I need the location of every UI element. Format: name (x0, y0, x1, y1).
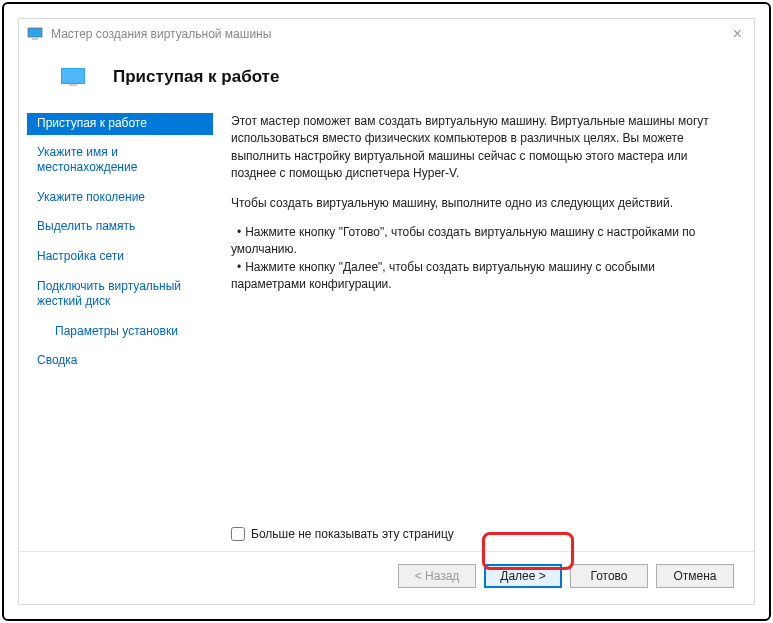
svg-rect-4 (62, 69, 84, 83)
sidebar-item-summary[interactable]: Сводка (27, 349, 213, 373)
close-button[interactable]: × (729, 25, 746, 43)
bullet-list: Нажмите кнопку "Готово", чтобы создать в… (231, 224, 730, 294)
dont-show-again-row[interactable]: Больше не показывать эту страницу (231, 526, 730, 543)
svg-rect-2 (32, 38, 38, 40)
wizard-window: Мастер создания виртуальной машины × При… (18, 18, 755, 605)
dont-show-again-checkbox[interactable] (231, 527, 245, 541)
sidebar-item-memory[interactable]: Выделить память (27, 215, 213, 239)
svg-rect-5 (69, 84, 77, 86)
sidebar-item-install-options[interactable]: Параметры установки (27, 320, 213, 344)
intro-text: Этот мастер поможет вам создать виртуаль… (231, 113, 730, 183)
page-title: Приступая к работе (113, 67, 279, 87)
sidebar-item-generation[interactable]: Укажите поколение (27, 186, 213, 210)
bullet-finish: Нажмите кнопку "Готово", чтобы создать в… (231, 224, 730, 259)
sidebar-item-network[interactable]: Настройка сети (27, 245, 213, 269)
wizard-footer: < Назад Далее > Готово Отмена (19, 551, 754, 604)
back-button: < Назад (398, 564, 476, 588)
sidebar-item-getting-started[interactable]: Приступая к работе (27, 113, 213, 135)
titlebar: Мастер создания виртуальной машины × (19, 19, 754, 49)
svg-rect-1 (29, 29, 41, 36)
finish-button[interactable]: Готово (570, 564, 648, 588)
dont-show-again-label: Больше не показывать эту страницу (251, 526, 454, 543)
instruction-text: Чтобы создать виртуальную машину, выполн… (231, 195, 730, 212)
cancel-button[interactable]: Отмена (656, 564, 734, 588)
screenshot-frame: Мастер создания виртуальной машины × При… (2, 2, 771, 621)
next-button[interactable]: Далее > (484, 564, 562, 588)
header-icon (61, 68, 85, 86)
bullet-next: Нажмите кнопку "Далее", чтобы создать ви… (231, 259, 730, 294)
sidebar-item-hard-disk[interactable]: Подключить виртуальный жесткий диск (27, 275, 213, 314)
wizard-body: Приступая к работе Укажите имя и местона… (19, 111, 754, 551)
wizard-content: Этот мастер поможет вам создать виртуаль… (213, 111, 746, 551)
window-title: Мастер создания виртуальной машины (51, 27, 729, 41)
wizard-header: Приступая к работе (19, 49, 754, 111)
app-icon (27, 26, 43, 42)
sidebar-item-name-location[interactable]: Укажите имя и местонахождение (27, 141, 213, 180)
wizard-sidebar: Приступая к работе Укажите имя и местона… (27, 111, 213, 551)
